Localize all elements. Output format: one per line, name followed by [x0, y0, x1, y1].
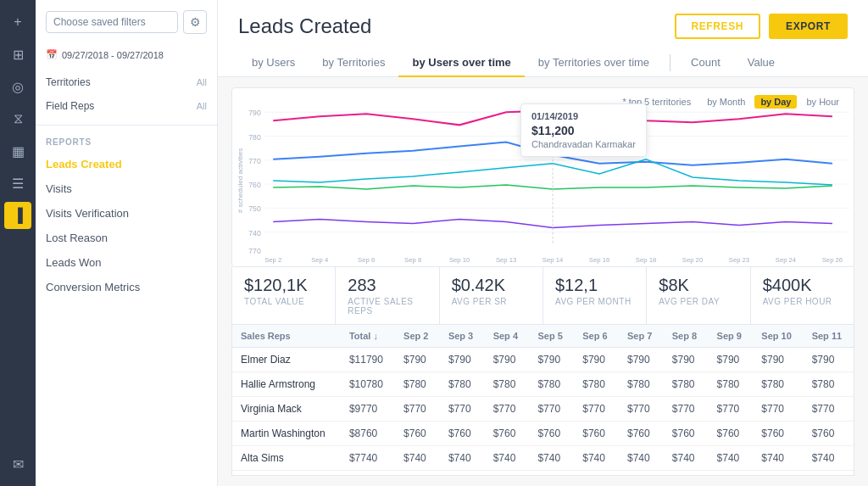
export-button[interactable]: EXPORT — [769, 14, 848, 39]
calendar-icon[interactable]: ▦ — [4, 137, 31, 165]
svg-text:# scheduled activities: # scheduled activities — [236, 148, 244, 214]
table-cell: Elmer Diaz — [232, 348, 341, 372]
table-cell: $11790 — [341, 348, 395, 372]
table-cell: $760 — [440, 422, 485, 446]
sidebar-item-leads-won[interactable]: Leads Won — [36, 250, 217, 275]
svg-text:750: 750 — [248, 204, 261, 213]
table-cell: $770 — [753, 397, 803, 422]
svg-text:Sep 23: Sep 23 — [729, 256, 750, 264]
sidebar-item-conversion-metrics[interactable]: Conversion Metrics — [36, 275, 217, 299]
col-total[interactable]: Total ↓ — [341, 325, 395, 348]
stat-avg-per-day-number: $8K — [659, 276, 737, 295]
table-cell: $790 — [709, 348, 754, 372]
table-cell: $790 — [753, 348, 803, 372]
col-sep2[interactable]: Sep 2 — [395, 325, 440, 348]
table-cell: $790 — [574, 348, 619, 372]
table-cell: $780 — [753, 372, 803, 397]
svg-point-28 — [548, 106, 557, 115]
sidebar-divider — [36, 125, 217, 126]
stat-avg-per-month: $12,1 AVG per month — [543, 267, 647, 324]
chart-icon[interactable]: ▐ — [4, 202, 31, 229]
table-cell: $780 — [395, 372, 440, 397]
stat-total-value-number: $120,1K — [244, 276, 323, 295]
svg-text:Sep 8: Sep 8 — [404, 256, 422, 264]
calendar-small-icon: 📅 — [46, 49, 58, 60]
stat-avg-per-day: $8K AVG per day — [647, 267, 750, 324]
table-cell: $790 — [395, 348, 440, 372]
tab-count[interactable]: Count — [677, 49, 734, 77]
saved-filters-select[interactable]: Choose saved filters — [46, 11, 178, 33]
col-sep8[interactable]: Sep 8 — [664, 325, 709, 348]
chat-icon[interactable]: ✉ — [4, 450, 31, 478]
sidebar-filter-row: Choose saved filters ⚙ — [36, 10, 217, 34]
table-cell: $740 — [395, 446, 440, 471]
table-cell: $790 — [804, 348, 854, 372]
table-cell: $780 — [485, 372, 530, 397]
sidebar-item-lost-reason[interactable]: Lost Reason — [36, 226, 217, 250]
grid-icon[interactable]: ⊞ — [4, 41, 31, 68]
table-cell: $760 — [529, 422, 574, 446]
tab-by-users-over-time[interactable]: by Users over time — [398, 49, 524, 77]
svg-text:Sep 2: Sep 2 — [264, 256, 281, 264]
svg-text:Sep 10: Sep 10 — [449, 256, 470, 264]
table-cell: $770 — [619, 397, 664, 422]
chart-svg: 790 780 770 760 750 740 770 # scheduled … — [232, 95, 854, 266]
stat-total-value-label: Total Value — [244, 297, 323, 306]
tab-by-territories-over-time[interactable]: by Territories over time — [525, 49, 663, 77]
stat-active-sales-reps-number: 283 — [348, 276, 426, 295]
table-cell: $8760 — [341, 422, 395, 446]
table-cell: $740 — [709, 446, 754, 471]
sidebar-item-visits-verification[interactable]: Visits Verification — [36, 201, 217, 226]
table-row: Elmer Diaz$11790$790$790$790$790$790$790… — [232, 348, 854, 372]
location-icon[interactable]: ◎ — [4, 73, 31, 100]
chart-section: * top 5 territories by Month by Day by H… — [231, 87, 854, 267]
sidebar-item-visits[interactable]: Visits — [36, 176, 217, 201]
table-cell: $770 — [664, 397, 709, 422]
plus-icon[interactable]: + — [4, 8, 31, 36]
col-sep10[interactable]: Sep 10 — [753, 325, 803, 348]
date-range: 📅 09/27/2018 - 09/27/2018 — [36, 44, 217, 65]
col-sep5[interactable]: Sep 5 — [529, 325, 574, 348]
table-body: Elmer Diaz$11790$790$790$790$790$790$790… — [232, 348, 854, 471]
table-cell: $770 — [529, 397, 574, 422]
sidebar-item-leads-created[interactable]: Leads Created — [36, 152, 217, 176]
table-row: Hallie Armstrong$10780$780$780$780$780$7… — [232, 372, 854, 397]
table-cell: $790 — [619, 348, 664, 372]
tab-by-users[interactable]: by Users — [238, 49, 309, 77]
col-sep3[interactable]: Sep 3 — [440, 325, 485, 348]
table-cell: $760 — [574, 422, 619, 446]
field-reps-value: All — [197, 101, 207, 111]
table-cell: $770 — [440, 397, 485, 422]
tab-value[interactable]: Value — [734, 49, 788, 77]
table-header-row: Sales Reps Total ↓ Sep 2 Sep 3 Sep 4 Sep… — [232, 325, 854, 348]
table-cell: Hallie Armstrong — [232, 372, 341, 397]
reports-section-label: REPORTS — [36, 132, 217, 152]
table-cell: $790 — [664, 348, 709, 372]
col-sep6[interactable]: Sep 6 — [574, 325, 619, 348]
filter-settings-icon[interactable]: ⚙ — [183, 10, 207, 34]
svg-text:Sep 6: Sep 6 — [358, 256, 376, 264]
stat-active-sales-reps-label: Active Sales Reps — [348, 297, 426, 316]
table-cell: $780 — [529, 372, 574, 397]
refresh-button[interactable]: REFRESH — [675, 14, 761, 39]
col-sales-reps[interactable]: Sales Reps — [232, 325, 341, 348]
stat-avg-per-hour: $400K AVG per hour — [751, 267, 854, 324]
tab-by-territories[interactable]: by Territories — [309, 49, 398, 77]
table-cell: $740 — [619, 446, 664, 471]
table-cell: $770 — [395, 397, 440, 422]
stat-avg-per-hour-label: AVG per hour — [763, 297, 842, 306]
table-cell: $760 — [619, 422, 664, 446]
svg-text:Sep 18: Sep 18 — [636, 256, 657, 264]
table-cell: $780 — [709, 372, 754, 397]
col-sep4[interactable]: Sep 4 — [485, 325, 530, 348]
filter-icon[interactable]: ⧖ — [4, 105, 31, 132]
territories-section: Territories All — [36, 70, 217, 94]
table-cell: $7740 — [341, 446, 395, 471]
col-sep11[interactable]: Sep 11 — [804, 325, 854, 348]
table-cell: $740 — [529, 446, 574, 471]
stat-avg-per-month-number: $12,1 — [555, 276, 634, 295]
col-sep9[interactable]: Sep 9 — [709, 325, 754, 348]
col-sep7[interactable]: Sep 7 — [619, 325, 664, 348]
document-icon[interactable]: ☰ — [4, 170, 31, 197]
svg-text:770: 770 — [248, 157, 261, 165]
